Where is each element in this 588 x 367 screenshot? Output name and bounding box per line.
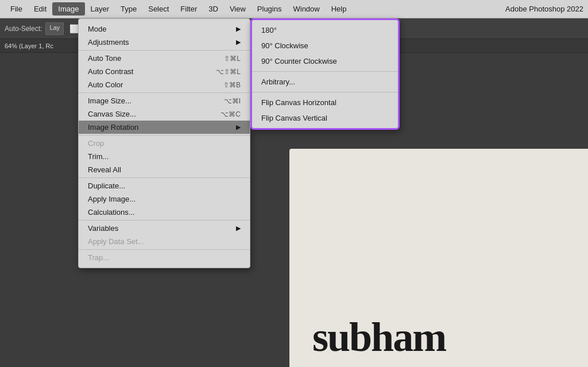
- variables-arrow-icon: ▶: [236, 225, 241, 232]
- submenu-separator-2: [252, 92, 398, 92]
- duplicate-label: Duplicate...: [88, 181, 125, 190]
- rotation-90ccw-label: 90° Counter Clockwise: [261, 57, 337, 65]
- mode-arrow-icon: ▶: [236, 25, 241, 33]
- menu-row-adjustments[interactable]: Adjustments ▶: [79, 36, 250, 49]
- menu-bar: File Edit Image Layer Type Select Filter…: [0, 0, 588, 18]
- apply-image-label: Apply Image...: [88, 195, 136, 203]
- menu-row-duplicate[interactable]: Duplicate...: [79, 179, 250, 192]
- adjustments-label: Adjustments: [88, 38, 129, 47]
- menu-item-image[interactable]: Image: [52, 2, 84, 16]
- menu-row-image-size[interactable]: Image Size... ⌥⌘I: [79, 94, 250, 107]
- menu-item-edit[interactable]: Edit: [28, 2, 52, 16]
- document-preview: subham: [289, 149, 588, 367]
- menu-row-trap: Trap...: [79, 251, 250, 264]
- rotation-arbitrary-label: Arbitrary...: [261, 78, 295, 86]
- menu-row-auto-tone[interactable]: Auto Tone ⇧⌘L: [79, 52, 250, 65]
- rotation-180-label: 180°: [261, 26, 277, 34]
- menu-row-mode[interactable]: Mode ▶: [79, 22, 250, 36]
- menu-row-reveal-all[interactable]: Reveal All: [79, 163, 250, 176]
- auto-contrast-label: Auto Contrast: [88, 67, 134, 76]
- menu-item-window[interactable]: Window: [287, 2, 325, 16]
- menu-row-trim[interactable]: Trim...: [79, 150, 250, 163]
- doc-tab-label: 64% (Layer 1, Rc: [5, 43, 53, 49]
- reveal-all-label: Reveal All: [88, 165, 121, 174]
- mode-label: Mode: [88, 25, 107, 33]
- auto-color-shortcut: ⇧⌘B: [223, 81, 241, 89]
- submenu-row-180[interactable]: 180°: [252, 22, 398, 38]
- apply-data-set-label: Apply Data Set...: [88, 237, 144, 246]
- auto-color-label: Auto Color: [88, 80, 123, 89]
- menu-item-plugins[interactable]: Plugins: [252, 2, 288, 16]
- app-title: Adobe Photoshop 2022: [505, 5, 583, 13]
- menu-row-auto-contrast[interactable]: Auto Contrast ⌥⇧⌘L: [79, 65, 250, 78]
- image-rotation-label: Image Rotation: [88, 123, 138, 132]
- canvas-size-shortcut: ⌥⌘C: [220, 110, 241, 118]
- calculations-label: Calculations...: [88, 208, 135, 217]
- menu-item-filter[interactable]: Filter: [175, 2, 203, 16]
- auto-contrast-shortcut: ⌥⇧⌘L: [216, 68, 241, 76]
- rotation-90cw-label: 90° Clockwise: [261, 41, 308, 50]
- rotation-submenu: 180° 90° Clockwise 90° Counter Clockwise…: [250, 18, 400, 130]
- menu-item-file[interactable]: File: [5, 2, 28, 16]
- crop-label: Crop: [88, 139, 104, 148]
- menu-section-5: Duplicate... Apply Image... Calculations…: [79, 178, 250, 221]
- image-size-label: Image Size...: [88, 96, 131, 105]
- adjustments-arrow-icon: ▶: [236, 38, 241, 46]
- menu-section-4: Crop Trim... Reveal All: [79, 136, 250, 178]
- menu-item-help[interactable]: Help: [326, 2, 353, 16]
- menu-row-apply-data-set: Apply Data Set...: [79, 235, 250, 248]
- image-size-shortcut: ⌥⌘I: [224, 97, 241, 105]
- menu-item-3d[interactable]: 3D: [203, 2, 224, 16]
- submenu-row-90ccw[interactable]: 90° Counter Clockwise: [252, 53, 398, 69]
- auto-tone-label: Auto Tone: [88, 54, 121, 63]
- menu-row-image-rotation[interactable]: Image Rotation ▶: [79, 121, 250, 134]
- submenu-row-flip-horizontal[interactable]: Flip Canvas Horizontal: [252, 95, 398, 110]
- menu-row-canvas-size[interactable]: Canvas Size... ⌥⌘C: [79, 107, 250, 121]
- menu-row-variables[interactable]: Variables ▶: [79, 222, 250, 235]
- variables-label: Variables: [88, 224, 118, 233]
- menu-section-1: Mode ▶ Adjustments ▶: [79, 21, 250, 51]
- flip-vertical-label: Flip Canvas Vertical: [261, 114, 327, 122]
- auto-select-label: Auto-Select:: [5, 25, 42, 33]
- image-menu-dropdown: Mode ▶ Adjustments ▶ Auto Tone ⇧⌘L Auto …: [78, 18, 250, 268]
- auto-tone-shortcut: ⇧⌘L: [224, 55, 241, 63]
- image-rotation-arrow-icon: ▶: [236, 123, 241, 131]
- menu-section-6: Variables ▶ Apply Data Set...: [79, 221, 250, 250]
- trim-label: Trim...: [88, 152, 109, 161]
- submenu-row-arbitrary[interactable]: Arbitrary...: [252, 74, 398, 90]
- menu-item-type[interactable]: Type: [115, 2, 142, 16]
- menu-row-auto-color[interactable]: Auto Color ⇧⌘B: [79, 78, 250, 91]
- canvas-size-label: Canvas Size...: [88, 110, 136, 118]
- layer-select[interactable]: Lay: [45, 22, 64, 35]
- menu-item-view[interactable]: View: [224, 2, 252, 16]
- menu-item-layer[interactable]: Layer: [85, 2, 115, 16]
- document-text-subham: subham: [312, 314, 446, 361]
- menu-section-7: Trap...: [79, 250, 250, 265]
- submenu-row-90cw[interactable]: 90° Clockwise: [252, 38, 398, 53]
- trap-label: Trap...: [88, 253, 109, 262]
- menu-section-2: Auto Tone ⇧⌘L Auto Contrast ⌥⇧⌘L Auto Co…: [79, 51, 250, 93]
- menu-row-calculations[interactable]: Calculations...: [79, 206, 250, 219]
- submenu-row-flip-vertical[interactable]: Flip Canvas Vertical: [252, 110, 398, 126]
- menu-section-3: Image Size... ⌥⌘I Canvas Size... ⌥⌘C Ima…: [79, 93, 250, 136]
- menu-row-apply-image[interactable]: Apply Image...: [79, 192, 250, 206]
- flip-horizontal-label: Flip Canvas Horizontal: [261, 98, 336, 107]
- menu-item-select[interactable]: Select: [142, 2, 175, 16]
- menu-row-crop: Crop: [79, 137, 250, 150]
- submenu-separator-1: [252, 71, 398, 72]
